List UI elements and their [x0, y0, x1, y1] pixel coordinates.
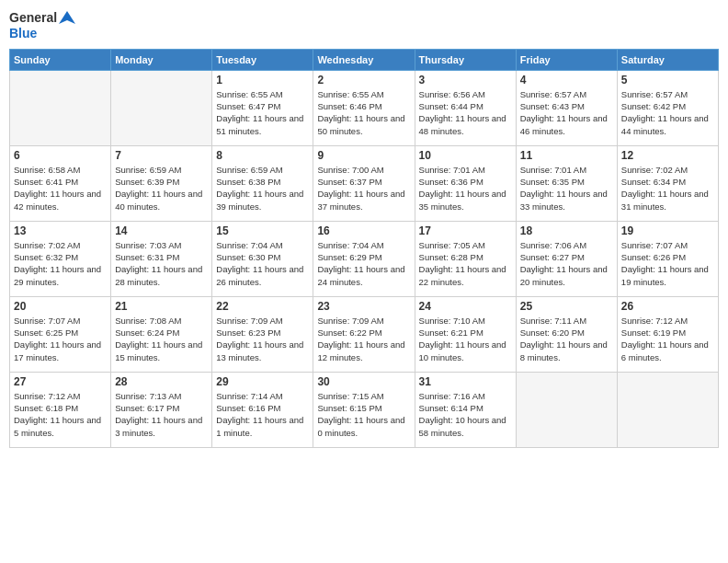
calendar-cell: 31Sunrise: 7:16 AMSunset: 6:14 PMDayligh… — [415, 372, 516, 447]
day-info: Sunrise: 7:09 AMSunset: 6:22 PMDaylight:… — [317, 315, 410, 363]
calendar-table: SundayMondayTuesdayWednesdayThursdayFrid… — [9, 49, 719, 448]
day-info: Sunrise: 6:56 AMSunset: 6:44 PMDaylight:… — [419, 88, 512, 137]
day-info: Sunrise: 6:58 AMSunset: 6:41 PMDaylight:… — [14, 164, 107, 213]
day-info: Sunrise: 7:12 AMSunset: 6:19 PMDaylight:… — [621, 315, 714, 363]
day-number: 21 — [115, 300, 208, 313]
day-number: 26 — [621, 300, 714, 313]
calendar-cell: 14Sunrise: 7:03 AMSunset: 6:31 PMDayligh… — [111, 221, 212, 296]
day-info: Sunrise: 7:06 AMSunset: 6:27 PMDaylight:… — [520, 239, 613, 288]
calendar-cell — [617, 372, 718, 447]
calendar-cell: 29Sunrise: 7:14 AMSunset: 6:16 PMDayligh… — [212, 372, 313, 447]
calendar-cell: 23Sunrise: 7:09 AMSunset: 6:22 PMDayligh… — [313, 296, 415, 372]
weekday-header-thursday: Thursday — [415, 49, 516, 70]
day-number: 23 — [317, 300, 410, 313]
day-info: Sunrise: 7:05 AMSunset: 6:28 PMDaylight:… — [419, 239, 512, 288]
day-number: 28 — [115, 375, 208, 388]
day-number: 29 — [216, 375, 309, 388]
logo: General Blue — [9, 9, 75, 41]
day-info: Sunrise: 6:55 AMSunset: 6:47 PMDaylight:… — [216, 88, 309, 137]
calendar-cell: 25Sunrise: 7:11 AMSunset: 6:20 PMDayligh… — [516, 296, 617, 372]
day-number: 6 — [14, 149, 107, 162]
day-info: Sunrise: 7:11 AMSunset: 6:20 PMDaylight:… — [520, 315, 613, 363]
calendar-cell: 20Sunrise: 7:07 AMSunset: 6:25 PMDayligh… — [10, 296, 111, 372]
calendar-cell: 6Sunrise: 6:58 AMSunset: 6:41 PMDaylight… — [10, 145, 111, 221]
calendar-cell: 19Sunrise: 7:07 AMSunset: 6:26 PMDayligh… — [617, 221, 718, 296]
day-info: Sunrise: 7:07 AMSunset: 6:25 PMDaylight:… — [14, 315, 107, 363]
calendar-cell: 28Sunrise: 7:13 AMSunset: 6:17 PMDayligh… — [111, 372, 212, 447]
calendar-cell — [516, 372, 617, 447]
day-info: Sunrise: 6:55 AMSunset: 6:46 PMDaylight:… — [317, 88, 410, 137]
calendar-cell: 24Sunrise: 7:10 AMSunset: 6:21 PMDayligh… — [415, 296, 516, 372]
day-number: 15 — [216, 224, 309, 237]
day-info: Sunrise: 7:08 AMSunset: 6:24 PMDaylight:… — [115, 315, 208, 363]
day-number: 25 — [520, 300, 613, 313]
calendar-cell: 4Sunrise: 6:57 AMSunset: 6:43 PMDaylight… — [516, 70, 617, 145]
day-info: Sunrise: 6:57 AMSunset: 6:43 PMDaylight:… — [520, 88, 613, 137]
day-number: 7 — [115, 149, 208, 162]
calendar-cell: 27Sunrise: 7:12 AMSunset: 6:18 PMDayligh… — [10, 372, 111, 447]
logo-bird-icon — [59, 9, 75, 26]
day-number: 17 — [419, 224, 512, 237]
day-number: 18 — [520, 224, 613, 237]
day-info: Sunrise: 7:04 AMSunset: 6:30 PMDaylight:… — [216, 239, 309, 288]
day-number: 5 — [621, 74, 714, 86]
calendar-cell: 7Sunrise: 6:59 AMSunset: 6:39 PMDaylight… — [111, 145, 212, 221]
day-info: Sunrise: 7:04 AMSunset: 6:29 PMDaylight:… — [317, 239, 410, 288]
day-number: 24 — [419, 300, 512, 313]
day-info: Sunrise: 7:07 AMSunset: 6:26 PMDaylight:… — [621, 239, 714, 288]
day-number: 4 — [520, 74, 613, 86]
day-info: Sunrise: 7:01 AMSunset: 6:35 PMDaylight:… — [520, 164, 613, 213]
calendar-week-4: 20Sunrise: 7:07 AMSunset: 6:25 PMDayligh… — [10, 296, 719, 372]
day-number: 10 — [419, 149, 512, 162]
day-info: Sunrise: 6:57 AMSunset: 6:42 PMDaylight:… — [621, 88, 714, 137]
day-info: Sunrise: 7:16 AMSunset: 6:14 PMDaylight:… — [419, 390, 512, 439]
calendar-cell: 17Sunrise: 7:05 AMSunset: 6:28 PMDayligh… — [415, 221, 516, 296]
calendar-cell: 13Sunrise: 7:02 AMSunset: 6:32 PMDayligh… — [10, 221, 111, 296]
svg-marker-0 — [59, 11, 75, 24]
day-info: Sunrise: 6:59 AMSunset: 6:38 PMDaylight:… — [216, 164, 309, 213]
calendar-cell: 16Sunrise: 7:04 AMSunset: 6:29 PMDayligh… — [313, 221, 415, 296]
day-info: Sunrise: 7:12 AMSunset: 6:18 PMDaylight:… — [14, 390, 107, 439]
day-info: Sunrise: 6:59 AMSunset: 6:39 PMDaylight:… — [115, 164, 208, 213]
calendar-cell: 10Sunrise: 7:01 AMSunset: 6:36 PMDayligh… — [415, 145, 516, 221]
calendar-cell — [10, 70, 111, 145]
weekday-header-sunday: Sunday — [10, 49, 111, 70]
calendar-cell: 22Sunrise: 7:09 AMSunset: 6:23 PMDayligh… — [212, 296, 313, 372]
day-info: Sunrise: 7:01 AMSunset: 6:36 PMDaylight:… — [419, 164, 512, 213]
weekday-header-tuesday: Tuesday — [212, 49, 313, 70]
weekday-header-monday: Monday — [111, 49, 212, 70]
day-number: 14 — [115, 224, 208, 237]
calendar-week-2: 6Sunrise: 6:58 AMSunset: 6:41 PMDaylight… — [10, 145, 719, 221]
day-number: 27 — [14, 375, 107, 388]
calendar-cell: 2Sunrise: 6:55 AMSunset: 6:46 PMDaylight… — [313, 70, 415, 145]
day-number: 16 — [317, 224, 410, 237]
calendar-cell: 18Sunrise: 7:06 AMSunset: 6:27 PMDayligh… — [516, 221, 617, 296]
day-info: Sunrise: 7:02 AMSunset: 6:34 PMDaylight:… — [621, 164, 714, 213]
day-info: Sunrise: 7:09 AMSunset: 6:23 PMDaylight:… — [216, 315, 309, 363]
day-number: 1 — [216, 74, 309, 86]
day-info: Sunrise: 7:10 AMSunset: 6:21 PMDaylight:… — [419, 315, 512, 363]
calendar-cell: 15Sunrise: 7:04 AMSunset: 6:30 PMDayligh… — [212, 221, 313, 296]
day-info: Sunrise: 7:03 AMSunset: 6:31 PMDaylight:… — [115, 239, 208, 288]
day-number: 9 — [317, 149, 410, 162]
day-number: 13 — [14, 224, 107, 237]
day-number: 31 — [419, 375, 512, 388]
day-number: 12 — [621, 149, 714, 162]
day-info: Sunrise: 7:13 AMSunset: 6:17 PMDaylight:… — [115, 390, 208, 439]
calendar-cell: 5Sunrise: 6:57 AMSunset: 6:42 PMDaylight… — [617, 70, 718, 145]
day-info: Sunrise: 7:14 AMSunset: 6:16 PMDaylight:… — [216, 390, 309, 439]
day-number: 11 — [520, 149, 613, 162]
day-info: Sunrise: 7:15 AMSunset: 6:15 PMDaylight:… — [317, 390, 410, 439]
day-number: 20 — [14, 300, 107, 313]
day-info: Sunrise: 7:00 AMSunset: 6:37 PMDaylight:… — [317, 164, 410, 213]
calendar-cell: 8Sunrise: 6:59 AMSunset: 6:38 PMDaylight… — [212, 145, 313, 221]
day-number: 3 — [419, 74, 512, 86]
day-number: 19 — [621, 224, 714, 237]
calendar-cell: 12Sunrise: 7:02 AMSunset: 6:34 PMDayligh… — [617, 145, 718, 221]
calendar-cell: 30Sunrise: 7:15 AMSunset: 6:15 PMDayligh… — [313, 372, 415, 447]
calendar-cell: 1Sunrise: 6:55 AMSunset: 6:47 PMDaylight… — [212, 70, 313, 145]
calendar-week-3: 13Sunrise: 7:02 AMSunset: 6:32 PMDayligh… — [10, 221, 719, 296]
calendar-cell: 26Sunrise: 7:12 AMSunset: 6:19 PMDayligh… — [617, 296, 718, 372]
calendar-cell: 9Sunrise: 7:00 AMSunset: 6:37 PMDaylight… — [313, 145, 415, 221]
calendar-cell: 11Sunrise: 7:01 AMSunset: 6:35 PMDayligh… — [516, 145, 617, 221]
